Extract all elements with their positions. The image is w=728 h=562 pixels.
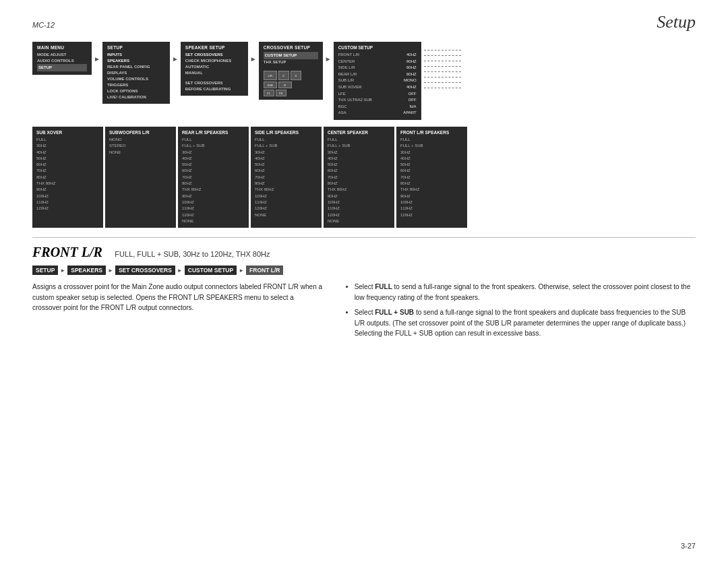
icon6: FL: [264, 90, 274, 96]
side-lr-item-6: 70Hz: [255, 175, 317, 181]
side-lr-speakers-box: SIDE L/R SPEAKERS FULLFULL + SUB30Hz40Hz…: [251, 127, 322, 228]
bc-arrow-4: ►: [239, 268, 244, 274]
bc-speakers: SPEAKERS: [67, 266, 106, 275]
sub-xover-item-2: 40Hz: [36, 150, 99, 156]
front-lr-speakers-title: FRONT L/R SPEAKERS: [400, 130, 463, 135]
speaker-setup-title: SPEAKER SETUP: [185, 45, 243, 50]
front-lr-item-7: 80Hz: [400, 181, 463, 187]
bc-custom-setup: CUSTOM SETUP: [185, 266, 237, 275]
side-lr-item-9: 100Hz: [255, 193, 317, 199]
center-item-0: FULL: [328, 137, 390, 143]
front-lr-item-11: 110Hz: [400, 206, 463, 212]
rear-lr-speakers-box: REAR L/R SPEAKERS FULLFULL + SUB30Hz40Hz…: [178, 127, 249, 228]
arrow-3: ►: [248, 55, 259, 63]
subwoofers-lr-box: SUBWOOFERS L/R MONOSTEREONONE: [105, 127, 176, 228]
center-speaker-box: CENTER SPEAKER FULLFULL + SUB30Hz40Hz50H…: [324, 127, 394, 228]
ss-item-1: SET CROSSOVERS: [185, 52, 243, 58]
ss-item-6: BEFORE CALIBRATING: [185, 86, 243, 92]
front-lr-items: FULLFULL + SUB30Hz40Hz50Hz60Hz70Hz80HzTH…: [400, 137, 463, 218]
header: MC-12 Setup: [32, 12, 696, 32]
custom-setup-row-8: BGCN/A: [338, 104, 417, 111]
footer: 3-27: [681, 542, 696, 550]
front-lr-item-1: FULL + SUB: [400, 143, 463, 149]
rear-lr-item-12: 120Hz: [182, 212, 245, 218]
rear-lr-item-6: 70Hz: [182, 175, 245, 181]
two-col-section: Assigns a crossover point for the Main Z…: [32, 282, 696, 344]
breadcrumb: SETUP ► SPEAKERS ► SET CROSSOVERS ► CUST…: [32, 266, 696, 275]
section-subtitle: FULL, FULL + SUB, 30Hz to 120Hz, THX 80H…: [115, 250, 270, 258]
custom-setup-row-7: THX ULTRA2 SUBOFF: [338, 97, 417, 104]
bullet-2: Select FULL + SUB to send a full-range s…: [355, 307, 696, 339]
rear-lr-item-0: FULL: [182, 137, 245, 143]
sub-xover-item-10: 110Hz: [36, 199, 99, 206]
setup-item-triggers: TRIGGERS: [107, 82, 165, 88]
custom-setup-row-4: SUB L/RMONO: [338, 77, 417, 84]
front-lr-item-3: 40Hz: [400, 156, 463, 162]
subwoofers-items: MONOSTEREONONE: [109, 137, 172, 156]
side-lr-item-0: FULL: [255, 137, 317, 143]
left-column: Assigns a crossover point for the Main Z…: [32, 282, 325, 344]
front-lr-item-12: 120Hz: [400, 212, 463, 218]
center-item-11: 110Hz: [328, 206, 390, 212]
ss-item-2: CHECK MICROPHONES: [185, 58, 243, 64]
rear-lr-item-2: 30Hz: [182, 150, 245, 156]
cs-item-2: THX SETUP: [264, 59, 318, 65]
center-item-9: 90Hz: [328, 193, 390, 199]
bc-arrow-3: ►: [177, 268, 183, 274]
setup-item-inputs: INPUTS: [107, 52, 165, 58]
center-items: FULLFULL + SUB30Hz40Hz50Hz60Hz70Hz80HzTH…: [328, 137, 390, 224]
rear-lr-title: REAR L/R SPEAKERS: [182, 130, 245, 135]
dash-1: [424, 50, 461, 51]
side-lr-item-3: 40Hz: [255, 156, 317, 162]
front-lr-item-4: 50Hz: [400, 162, 463, 168]
diagram-area: MAIN MENU MODE ADJUST AUDIO CONTROLS SET…: [32, 42, 696, 228]
dash-2: [424, 55, 461, 56]
setup-item-live: LIVE! CALIBRATION: [107, 94, 165, 100]
menu-row-top: MAIN MENU MODE ADJUST AUDIO CONTROLS SET…: [32, 42, 696, 120]
setup-item-vol: VOLUME CONTROLS: [107, 76, 165, 82]
center-item-13: NONE: [328, 218, 390, 224]
dashed-lines: [424, 47, 461, 90]
rear-lr-item-4: 50Hz: [182, 162, 245, 168]
center-item-7: 80Hz: [328, 181, 390, 187]
sub-xover-item-3: 50Hz: [36, 156, 99, 162]
setup-item-lock: LOCK OPTIONS: [107, 88, 165, 94]
custom-setup-box: CUSTOM SETUP FRONT L/R40HzCENTER60HzSIDE…: [334, 42, 421, 120]
side-lr-items: FULLFULL + SUB30Hz40Hz50Hz60Hz70Hz80HzTH…: [255, 137, 317, 218]
content-section: FRONT L/R FULL, FULL + SUB, 30Hz to 120H…: [32, 237, 696, 344]
setup-item-rear: REAR PANEL CONFIG: [107, 64, 165, 70]
sub-xover-title: SUB XOVER: [36, 130, 99, 135]
side-lr-item-5: 60Hz: [255, 168, 317, 174]
cs-item-1: CUSTOM SETUP: [264, 52, 318, 59]
header-model: MC-12: [32, 21, 55, 29]
bc-arrow-2: ►: [108, 268, 113, 274]
sub-xover-box: SUB XOVER FULL30Hz40Hz50Hz60Hz70Hz80HzTH…: [32, 127, 103, 228]
subwoofers-item-0: MONO: [109, 137, 172, 143]
icon7: FR: [276, 90, 286, 96]
sub-xover-item-0: FULL: [36, 137, 99, 143]
rear-lr-item-5: 60Hz: [182, 168, 245, 174]
dash-5: [424, 71, 461, 72]
subwoofers-item-1: STEREO: [109, 143, 172, 149]
speaker-setup-box: SPEAKER SETUP SET CROSSOVERS CHECK MICRO…: [181, 42, 248, 96]
speaker-row-wrapper: SUB XOVER FULL30Hz40Hz50Hz60Hz70Hz80HzTH…: [32, 127, 696, 228]
custom-setup-title: CUSTOM SETUP: [338, 45, 417, 50]
dash-8: [424, 88, 461, 88]
side-lr-item-11: 120Hz: [255, 206, 317, 212]
arrow-1: ►: [92, 55, 102, 63]
front-lr-item-8: THX 80Hz: [400, 187, 463, 193]
setup-item-displays: DISPLAYS: [107, 70, 165, 76]
setup-menu-title: SETUP: [107, 45, 165, 50]
custom-setup-row-1: CENTER60Hz: [338, 59, 417, 65]
custom-setup-rows: FRONT L/R40HzCENTER60HzSIDE L/R60HzREAR …: [338, 52, 417, 117]
bc-arrow-1: ►: [60, 268, 65, 274]
sub-xover-item-7: THX 80Hz: [36, 181, 99, 187]
crossover-setup-box: CROSSOVER SETUP CUSTOM SETUP THX SETUP L…: [259, 42, 323, 100]
crossover-icons-2: SUB R: [264, 82, 318, 88]
custom-setup-row-6: LFEOFF: [338, 91, 417, 98]
center-item-8: THX 80Hz: [328, 187, 390, 193]
sub-xover-item-1: 30Hz: [36, 143, 99, 149]
bc-setup: SETUP: [32, 266, 58, 275]
setup-menu-box: SETUP INPUTS SPEAKERS REAR PANEL CONFIG …: [102, 42, 170, 104]
main-menu-item-1: MODE ADJUST: [37, 52, 87, 58]
